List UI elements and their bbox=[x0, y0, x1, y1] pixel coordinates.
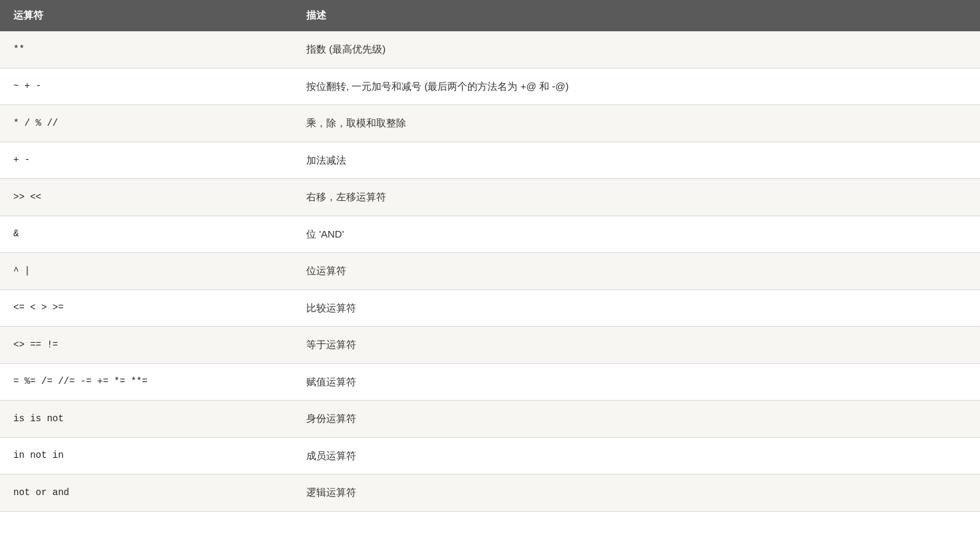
operator-cell: <> == != bbox=[0, 327, 293, 364]
operator-cell: + - bbox=[0, 142, 293, 179]
operator-cell: <= < > >= bbox=[0, 289, 293, 327]
table-row: is is not身份运算符 bbox=[0, 401, 980, 438]
description-cell: 右移，左移运算符 bbox=[293, 179, 980, 216]
description-cell: 乘，除，取模和取整除 bbox=[293, 105, 980, 142]
description-cell: 赋值运算符 bbox=[293, 363, 980, 401]
operator-cell: ** bbox=[0, 31, 293, 68]
table-row: <= < > >=比较运算符 bbox=[0, 289, 980, 327]
table-row: ~ + -按位翻转, 一元加号和减号 (最后两个的方法名为 +@ 和 -@) bbox=[0, 68, 980, 105]
table-header-row: 运算符 描述 bbox=[0, 0, 980, 31]
description-cell: 按位翻转, 一元加号和减号 (最后两个的方法名为 +@ 和 -@) bbox=[293, 68, 980, 105]
operators-table: 运算符 描述 **指数 (最高优先级)~ + -按位翻转, 一元加号和减号 (最… bbox=[0, 0, 980, 512]
operator-cell: * / % // bbox=[0, 105, 293, 142]
table-row: * / % //乘，除，取模和取整除 bbox=[0, 105, 980, 142]
description-cell: 位运算符 bbox=[293, 253, 980, 290]
description-cell: 逻辑运算符 bbox=[293, 474, 980, 512]
operator-cell: is is not bbox=[0, 401, 293, 438]
description-cell: 成员运算符 bbox=[293, 437, 980, 474]
operator-cell: & bbox=[0, 216, 293, 253]
description-cell: 加法减法 bbox=[293, 142, 980, 179]
description-cell: 位 'AND' bbox=[293, 216, 980, 253]
description-cell: 等于运算符 bbox=[293, 327, 980, 364]
table-row: **指数 (最高优先级) bbox=[0, 31, 980, 68]
description-column-header: 描述 bbox=[293, 0, 980, 31]
operator-cell: = %= /= //= -= += *= **= bbox=[0, 363, 293, 401]
table-row: in not in成员运算符 bbox=[0, 437, 980, 474]
table-row: <> == !=等于运算符 bbox=[0, 327, 980, 364]
table-row: = %= /= //= -= += *= **=赋值运算符 bbox=[0, 363, 980, 401]
main-container: 运算符 描述 **指数 (最高优先级)~ + -按位翻转, 一元加号和减号 (最… bbox=[0, 0, 980, 539]
operator-column-header: 运算符 bbox=[0, 0, 293, 31]
description-cell: 身份运算符 bbox=[293, 401, 980, 438]
description-cell: 指数 (最高优先级) bbox=[293, 31, 980, 68]
table-row: >> <<右移，左移运算符 bbox=[0, 179, 980, 216]
operator-cell: ~ + - bbox=[0, 68, 293, 105]
table-row: + -加法减法 bbox=[0, 142, 980, 179]
table-row: not or and逻辑运算符 bbox=[0, 474, 980, 512]
operator-cell: not or and bbox=[0, 474, 293, 512]
table-row: ^ |位运算符 bbox=[0, 253, 980, 290]
operator-cell: >> << bbox=[0, 179, 293, 216]
operator-cell: in not in bbox=[0, 437, 293, 474]
table-row: &位 'AND' bbox=[0, 216, 980, 253]
description-cell: 比较运算符 bbox=[293, 289, 980, 327]
operator-cell: ^ | bbox=[0, 253, 293, 290]
